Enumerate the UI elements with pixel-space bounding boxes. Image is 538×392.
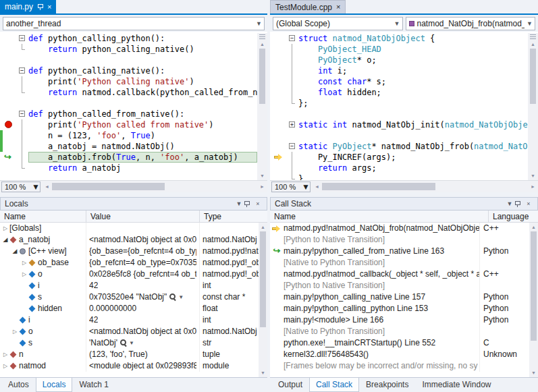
callstack-row[interactable]: main.py!<module> Line 166Python xyxy=(270,314,529,326)
tab-main-py[interactable]: main.py × xyxy=(0,0,56,13)
breakpoint-margin[interactable] xyxy=(0,141,18,152)
callstack-row[interactable]: [Native to Python Transition] xyxy=(270,326,529,337)
breakpoint-icon[interactable] xyxy=(5,121,12,128)
pin-icon[interactable] xyxy=(37,3,43,10)
pin-icon[interactable] xyxy=(514,200,524,207)
locals-row[interactable]: hidden0.000000000float xyxy=(0,303,259,314)
callstack-row[interactable]: python.exe!__tmainCRTStartup() Line 552C xyxy=(270,337,529,349)
callstack-row[interactable]: [Frames below may be incorrect and/or mi… xyxy=(270,360,529,372)
callstack-row[interactable]: [Python to Native Transition] xyxy=(270,234,529,246)
outline-collapse-icon[interactable]: − xyxy=(19,67,25,74)
splitter-grip[interactable] xyxy=(530,34,536,40)
scroll-thumb[interactable] xyxy=(260,231,266,327)
scroll-up-icon[interactable]: ▲ xyxy=(259,223,267,231)
breakpoint-margin[interactable] xyxy=(270,44,288,55)
scroll-thumb[interactable] xyxy=(322,183,435,190)
scroll-track[interactable] xyxy=(257,49,267,171)
locals-row[interactable]: ▷n(123, 'foo', True)tuple xyxy=(0,349,259,360)
toolwindow-tab-immediate-window[interactable]: Immediate Window xyxy=(415,378,497,392)
breakpoint-margin[interactable] xyxy=(270,152,288,163)
tree-expand-icon[interactable]: ▷ xyxy=(20,257,28,269)
callstack-row[interactable]: [Python to Native Transition] xyxy=(270,280,529,291)
toolwindow-tab-autos[interactable]: Autos xyxy=(1,378,36,392)
pin-icon[interactable] xyxy=(244,200,253,207)
vertical-scrollbar[interactable]: ▲ ▼ xyxy=(257,33,267,180)
splitter-grip[interactable] xyxy=(259,34,265,40)
scroll-down-icon[interactable]: ▼ xyxy=(529,368,538,377)
scroll-up-icon[interactable]: ▲ xyxy=(529,223,538,231)
tree-expand-icon[interactable]: ▷ xyxy=(1,223,9,234)
outline-collapse-icon[interactable]: − xyxy=(289,143,295,149)
member-dropdown[interactable]: natmod_NatObj_frob(natmod_ ▼ xyxy=(406,17,536,30)
magnifier-icon[interactable] xyxy=(169,293,177,301)
tree-collapse-icon[interactable]: ◢ xyxy=(11,246,19,257)
column-header-name[interactable]: Name xyxy=(270,211,489,222)
toolwindow-tab-breakpoints[interactable]: Breakpoints xyxy=(359,378,415,392)
scroll-track[interactable] xyxy=(322,181,528,193)
toolwindow-tab-watch-1[interactable]: Watch 1 xyxy=(72,378,115,392)
column-header-value[interactable]: Value xyxy=(86,211,200,222)
breakpoint-margin[interactable] xyxy=(270,87,288,98)
scope-dropdown[interactable]: (Global Scope) ▼ xyxy=(273,17,403,30)
locals-row[interactable]: s0x703520e4 "NatObj"▼const char * xyxy=(0,291,259,303)
scroll-left-icon[interactable]: ◄ xyxy=(42,184,52,189)
column-header-name[interactable]: Name xyxy=(0,211,86,222)
breakpoint-margin[interactable] xyxy=(270,141,288,152)
callstack-row[interactable]: natmod.pyd!natmod_callback(_object * sel… xyxy=(270,269,529,280)
scroll-thumb[interactable] xyxy=(530,49,536,104)
breakpoint-margin[interactable] xyxy=(270,98,288,109)
close-icon[interactable]: × xyxy=(47,3,51,11)
locals-row[interactable]: ▷o0x028e5fc8 {ob_refcnt=4 ob_tnatmod.pyd… xyxy=(0,269,259,280)
locals-row[interactable]: s'NatObj'▼str xyxy=(0,337,259,349)
zoom-dropdown[interactable]: 100 % ▼ xyxy=(1,181,41,192)
tree-expand-icon[interactable]: ▷ xyxy=(20,269,28,280)
zoom-dropdown[interactable]: 100 % ▼ xyxy=(271,181,311,192)
breakpoint-margin[interactable] xyxy=(270,65,288,76)
tree-expand-icon[interactable]: ▷ xyxy=(1,349,9,360)
horizontal-splitter[interactable] xyxy=(0,192,538,197)
breakpoint-margin[interactable] xyxy=(0,87,18,98)
magnifier-icon[interactable] xyxy=(120,339,128,347)
breakpoint-margin[interactable] xyxy=(0,109,18,119)
callstack-row[interactable]: main.py!python_calling_python Line 153Py… xyxy=(270,303,529,314)
callstack-row[interactable]: [Native to Python Transition] xyxy=(270,257,529,269)
tab-testmodule-cpp[interactable]: TestModule.cpp × xyxy=(270,0,346,13)
vertical-scrollbar[interactable]: ▲ ▼ xyxy=(529,223,538,377)
breakpoint-margin[interactable]: ↪ xyxy=(0,152,18,163)
scroll-up-icon[interactable]: ▲ xyxy=(528,40,538,49)
breakpoint-margin[interactable] xyxy=(0,119,18,130)
breakpoint-margin[interactable] xyxy=(0,65,18,76)
outline-expand-icon[interactable]: + xyxy=(289,121,295,128)
locals-row[interactable]: ▷[Globals] xyxy=(0,223,259,234)
close-icon[interactable]: × xyxy=(253,200,263,207)
scroll-left-icon[interactable]: ◄ xyxy=(312,184,322,189)
locals-row[interactable]: ◢[C++ view]{ob_base={ob_refcnt=4 ob_typn… xyxy=(0,246,259,257)
breakpoint-margin[interactable] xyxy=(0,98,18,109)
breakpoint-margin[interactable] xyxy=(270,173,288,180)
breakpoint-margin[interactable] xyxy=(270,55,288,65)
locals-row[interactable]: ▷natmod<module object at 0x029893f8modul… xyxy=(0,360,259,372)
locals-row[interactable]: i42int xyxy=(0,314,259,326)
scroll-right-icon[interactable]: ► xyxy=(257,184,267,189)
breakpoint-margin[interactable] xyxy=(270,76,288,87)
toolwindow-tab-locals[interactable]: Locals xyxy=(36,378,73,392)
callstack-row[interactable]: natmod.pyd!natmod_NatObj_frob(natmod_Nat… xyxy=(270,223,529,234)
breakpoint-margin[interactable] xyxy=(0,44,18,55)
breakpoint-margin[interactable] xyxy=(270,119,288,130)
scroll-up-icon[interactable]: ▲ xyxy=(257,40,267,49)
scroll-down-icon[interactable]: ▼ xyxy=(257,171,267,180)
tree-collapse-icon[interactable]: ◢ xyxy=(1,234,9,246)
scroll-track[interactable] xyxy=(259,231,267,368)
scroll-thumb[interactable] xyxy=(52,183,165,190)
scroll-track[interactable] xyxy=(529,231,538,368)
breakpoint-margin[interactable] xyxy=(0,33,18,44)
breakpoint-margin[interactable] xyxy=(270,130,288,141)
thread-dropdown[interactable]: another_thread ▼ xyxy=(3,17,265,30)
outline-collapse-icon[interactable]: − xyxy=(19,111,25,117)
locals-row[interactable]: ▷o<natmod.NatObj object at 0x0natmod.Nat… xyxy=(0,326,259,337)
outline-collapse-icon[interactable]: − xyxy=(289,35,295,41)
editor-body-right[interactable]: −struct natmod_NatObjObject { PyObject_H… xyxy=(270,32,538,180)
close-icon[interactable]: × xyxy=(336,3,340,11)
tree-expand-icon[interactable]: ▷ xyxy=(1,360,9,372)
editor-body-left[interactable]: −def python_calling_python(): return pyt… xyxy=(0,32,267,180)
